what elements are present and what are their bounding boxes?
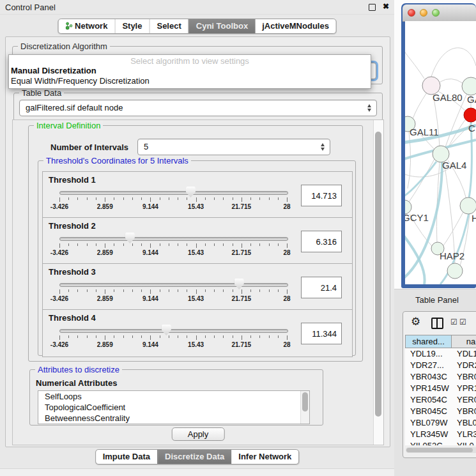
scrollbar-thumb[interactable] <box>406 448 473 452</box>
tick-label: 15.43 <box>188 341 204 348</box>
slider-thumb[interactable] <box>186 187 196 197</box>
dropdown-hint: Select algorithm to view settings <box>9 56 371 66</box>
attribute-list-item[interactable]: TopologicalCoefficient <box>38 402 309 413</box>
slider-tick <box>96 289 96 292</box>
slider-tick <box>77 243 78 246</box>
tab-network[interactable]: Network <box>58 19 114 33</box>
slider-tick <box>250 289 251 292</box>
column-header-shared[interactable]: shared... <box>405 335 452 348</box>
tab-impute-data[interactable]: Impute Data <box>96 450 157 464</box>
slider-tick <box>141 335 142 338</box>
slider-tick <box>269 289 270 292</box>
numerical-attributes-list[interactable]: SelfLoopsTopologicalCoefficientBetweenne… <box>38 390 310 424</box>
slider-tick <box>223 243 224 246</box>
slider-tick <box>269 335 270 338</box>
table-data-combobox[interactable]: galFiltered.sif default node <box>19 100 377 116</box>
threshold-value-field[interactable]: 21.4 <box>301 277 342 298</box>
slider-tick <box>278 197 279 200</box>
control-panel: Control Panel ✖ NetworkStyleSelectCyni T… <box>0 0 395 476</box>
close-traffic-light-icon[interactable] <box>408 9 415 17</box>
threshold-value-field[interactable]: 11.344 <box>301 323 342 344</box>
network-graph: GAL80GACGAL11GAL4GCY1HHAP2 <box>405 21 476 284</box>
table-row[interactable]: YBR043CYBR0 <box>405 371 476 383</box>
slider-tick <box>187 335 187 338</box>
tab-select[interactable]: Select <box>149 19 188 33</box>
slider-tick <box>233 335 233 338</box>
slider-tick <box>141 289 142 292</box>
dropdown-option-equal-width[interactable]: Equal Width/Frequency Discretization <box>11 76 150 86</box>
slider-tick <box>196 197 197 202</box>
column-header-na[interactable]: na <box>451 335 476 348</box>
slider-tick <box>160 197 160 200</box>
float-window-icon[interactable] <box>369 4 376 11</box>
list-scrollbar[interactable] <box>300 391 309 424</box>
table-row[interactable]: YER054CYER0 <box>405 394 476 406</box>
slider-track[interactable] <box>59 191 288 195</box>
slider-tick <box>287 243 288 248</box>
tab-jactivemnodules[interactable]: jActiveMNodules <box>255 19 336 33</box>
network-node-c[interactable] <box>464 108 476 122</box>
slider-thumb[interactable] <box>162 325 171 335</box>
network-canvas[interactable]: GAL80GACGAL11GAL4GCY1HHAP2 <box>405 21 476 284</box>
tick-label: 28 <box>283 341 290 348</box>
table-row[interactable]: YDL19...YDL1 <box>405 348 476 360</box>
network-node-h[interactable] <box>460 197 476 214</box>
gear-icon[interactable]: ⚙ <box>411 315 420 328</box>
tab-discretize-data[interactable]: Discretize Data <box>157 450 231 464</box>
minimize-traffic-light-icon[interactable] <box>420 9 427 17</box>
slider-thumb[interactable] <box>234 279 244 289</box>
table-hscrollbar[interactable] <box>406 447 476 453</box>
slider-track[interactable] <box>59 329 288 333</box>
zoom-traffic-light-icon[interactable] <box>432 9 440 17</box>
table-row[interactable]: YBR045CYBR0 <box>405 406 476 417</box>
tab-style[interactable]: Style <box>114 19 149 33</box>
slider-tick <box>114 197 114 200</box>
scrollbar-thumb[interactable] <box>302 392 308 411</box>
table-cell: YBL079W <box>405 417 452 429</box>
apply-button[interactable]: Apply <box>172 427 225 441</box>
tab-cyni-toolbox[interactable]: Cyni Toolbox <box>188 19 255 33</box>
slider-tick <box>287 335 288 340</box>
network-node-ga[interactable] <box>462 77 476 95</box>
column-layout-icon[interactable] <box>431 318 443 329</box>
slider-track[interactable] <box>59 237 288 241</box>
slider-tick <box>259 289 260 292</box>
settings-scrollbar[interactable] <box>373 120 383 445</box>
table-row[interactable]: YDR27...YDR2 <box>405 360 476 371</box>
tab-label: jActiveMNodules <box>262 21 329 31</box>
attribute-list-item[interactable]: SelfLoops <box>38 391 309 402</box>
slider-tick <box>169 243 169 246</box>
network-node[interactable] <box>447 263 463 279</box>
checkbox-icon[interactable]: ☑ <box>450 318 457 326</box>
threshold-value-field[interactable]: 14.713 <box>301 185 342 206</box>
intervals-combobox[interactable]: 5 <box>137 139 330 155</box>
slider-tick <box>223 335 224 338</box>
tick-label: -3.426 <box>50 203 68 210</box>
checkbox-icon[interactable]: ☑ <box>459 318 466 326</box>
slider-tick <box>160 243 160 246</box>
node-label: GAL4 <box>442 160 466 171</box>
table-cell: YDL1 <box>452 348 476 360</box>
table-row[interactable]: YLR345WYLR3 <box>405 429 476 440</box>
tab-infer-network[interactable]: Infer Network <box>231 450 298 464</box>
threshold-value-field[interactable]: 6.316 <box>301 231 342 252</box>
slider-tick <box>178 197 178 200</box>
slider-tick <box>259 243 260 246</box>
table-cell: YPR1 <box>452 383 476 394</box>
table-row[interactable]: YPR145WYPR1 <box>405 383 476 394</box>
tab-label: Discretize Data <box>165 452 224 461</box>
close-icon[interactable]: ✖ <box>383 2 389 11</box>
attribute-list-item[interactable]: BetweennessCentrality <box>38 413 309 424</box>
slider-tick <box>87 335 88 338</box>
table-row[interactable]: YBL079WYBL0 <box>405 417 476 429</box>
table-row[interactable]: YIL052CYIL0 <box>405 440 476 445</box>
table-cell: YPR145W <box>405 383 452 394</box>
slider-tick <box>169 197 169 200</box>
slider-thumb[interactable] <box>125 233 135 243</box>
tick-label: 15.43 <box>188 295 204 302</box>
scrollbar-thumb[interactable] <box>375 132 381 417</box>
slider-tick <box>242 197 242 202</box>
bottom-strip <box>0 468 394 476</box>
dropdown-option-manual[interactable]: Manual Discretization <box>11 66 96 75</box>
slider-track[interactable] <box>59 283 288 287</box>
